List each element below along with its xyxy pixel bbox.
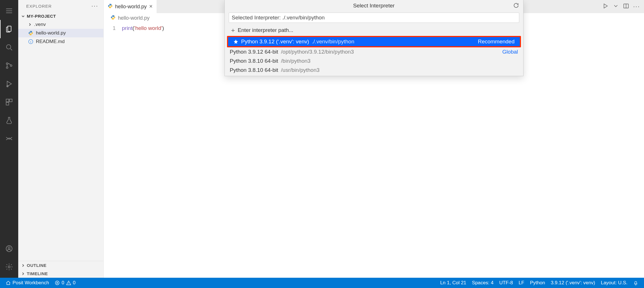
python-file-icon	[111, 15, 116, 21]
token-function: print	[122, 25, 132, 31]
timeline-section[interactable]: TIMELINE	[18, 269, 103, 278]
file-label: README.md	[36, 39, 65, 44]
interpreter-option[interactable]: Python 3.8.10 64-bit /usr/bin/python3	[225, 66, 523, 75]
tab-hello-world[interactable]: hello-world.py ✕	[104, 0, 157, 13]
run-dropdown[interactable]	[613, 3, 619, 10]
folder-label: .venv	[34, 22, 46, 27]
python-file-icon	[28, 30, 34, 36]
tab-label: hello-world.py	[115, 4, 147, 10]
outline-label: OUTLINE	[27, 263, 46, 268]
interpreter-path: ./.venv/bin/python	[312, 38, 354, 45]
chevron-right-icon	[21, 263, 25, 267]
svg-point-1	[6, 63, 8, 64]
explorer-activity[interactable]	[0, 20, 18, 38]
interpreter-badge: Recommended	[478, 38, 515, 45]
status-warnings: 0	[73, 280, 75, 286]
enter-interpreter-path[interactable]: ＋ Enter interpreter path...	[225, 25, 523, 36]
python-file-icon	[108, 3, 113, 10]
editor-area: hello-world.py ✕ ··· hello-world.py 1 pr…	[104, 0, 644, 278]
info-file-icon	[28, 39, 34, 44]
file-label: hello-world.py	[36, 30, 66, 36]
menu-button[interactable]	[0, 2, 18, 20]
interpreter-option[interactable]: Python 3.8.10 64-bit /bin/python3	[225, 56, 523, 66]
outline-section[interactable]: OUTLINE	[18, 261, 103, 269]
status-errors: 0	[62, 280, 64, 286]
status-remote[interactable]: Posit Workbench	[3, 278, 52, 288]
extensions-activity[interactable]	[0, 93, 18, 111]
timeline-label: TIMELINE	[27, 271, 48, 276]
recommended-interpreter-highlight: Python 3.9.12 ('.venv': venv) ./.venv/bi…	[227, 36, 521, 47]
status-indent[interactable]: Spaces: 4	[469, 278, 496, 288]
sidebar-title: EXPLORER	[26, 4, 52, 9]
enter-path-label: Enter interpreter path...	[238, 27, 293, 33]
svg-point-11	[30, 31, 30, 32]
editor-more-icon[interactable]: ···	[633, 3, 640, 10]
status-eol[interactable]: LF	[516, 278, 527, 288]
status-notifications[interactable]	[630, 278, 641, 288]
folder-venv[interactable]: .venv	[18, 20, 103, 29]
remote-activity[interactable]	[0, 129, 18, 148]
interpreter-label: Python 3.8.10 64-bit	[230, 67, 278, 73]
interpreter-label: Python 3.9.12 ('.venv': venv)	[241, 38, 309, 45]
svg-point-0	[7, 45, 11, 49]
svg-point-18	[114, 19, 114, 19]
file-hello-world[interactable]: hello-world.py	[18, 29, 103, 37]
split-editor-button[interactable]	[623, 3, 629, 10]
source-control-activity[interactable]	[0, 56, 18, 75]
interpreter-label: Python 3.9.12 64-bit	[230, 49, 278, 55]
sidebar-more-icon[interactable]: ···	[91, 3, 98, 9]
run-debug-activity[interactable]	[0, 75, 18, 93]
line-number: 1	[104, 24, 122, 32]
svg-point-14	[109, 4, 110, 5]
status-interpreter[interactable]: 3.9.12 ('.venv': venv)	[548, 278, 598, 288]
refresh-icon[interactable]	[513, 2, 519, 10]
accounts-activity[interactable]	[0, 240, 18, 258]
interpreter-path: /usr/bin/python3	[281, 67, 320, 73]
interpreter-option[interactable]: Python 3.9.12 64-bit /opt/python/3.9.12/…	[225, 47, 523, 56]
settings-activity[interactable]	[0, 258, 18, 276]
explorer-sidebar: EXPLORER ··· MY-PROJECT .venv hello-worl…	[18, 0, 104, 278]
chevron-right-icon	[21, 272, 25, 276]
status-problems[interactable]: 0 0	[52, 278, 78, 288]
svg-rect-6	[9, 99, 12, 102]
status-encoding[interactable]: UTF-8	[496, 278, 516, 288]
svg-point-12	[31, 35, 32, 35]
search-activity[interactable]	[0, 38, 18, 56]
interpreter-path: /opt/python/3.9.12/bin/python3	[281, 49, 354, 55]
status-remote-label: Posit Workbench	[13, 280, 49, 286]
interpreter-path: /bin/python3	[281, 58, 311, 64]
project-header[interactable]: MY-PROJECT	[18, 12, 103, 20]
svg-rect-7	[6, 102, 9, 105]
status-language[interactable]: Python	[527, 278, 548, 288]
interpreter-input[interactable]: Selected Interpreter: ./.venv/bin/python	[229, 13, 519, 23]
svg-point-10	[8, 266, 10, 268]
chevron-right-icon	[28, 23, 32, 27]
activity-bar	[0, 0, 18, 278]
breadcrumb-file: hello-world.py	[118, 15, 150, 21]
status-cursor[interactable]: Ln 1, Col 21	[437, 278, 469, 288]
svg-point-17	[112, 16, 113, 16]
interpreter-badge: Global	[502, 49, 518, 55]
testing-activity[interactable]	[0, 111, 18, 129]
status-bar: Posit Workbench 0 0 Ln 1, Col 21 Spaces:…	[0, 278, 644, 288]
status-layout[interactable]: Layout: U.S.	[598, 278, 630, 288]
svg-point-3	[10, 65, 12, 66]
svg-point-9	[8, 247, 10, 249]
token-string: 'hello world'	[134, 25, 162, 31]
plus-icon: ＋	[230, 26, 235, 35]
svg-rect-5	[6, 99, 9, 102]
token-paren: )	[162, 25, 164, 31]
run-button[interactable]	[602, 3, 609, 10]
interpreter-label: Python 3.8.10 64-bit	[230, 58, 278, 64]
svg-point-15	[111, 7, 111, 8]
file-readme[interactable]: README.md	[18, 37, 103, 46]
close-icon[interactable]: ✕	[149, 4, 153, 9]
star-icon	[233, 39, 238, 44]
interpreter-option-recommended[interactable]: Python 3.9.12 ('.venv': venv) ./.venv/bi…	[228, 37, 520, 46]
project-name: MY-PROJECT	[27, 14, 56, 19]
chevron-down-icon	[21, 14, 25, 18]
select-interpreter-quickpick: Select Interpreter Selected Interpreter:…	[224, 0, 524, 76]
svg-point-2	[6, 67, 8, 68]
quickpick-title: Select Interpreter	[353, 3, 395, 9]
